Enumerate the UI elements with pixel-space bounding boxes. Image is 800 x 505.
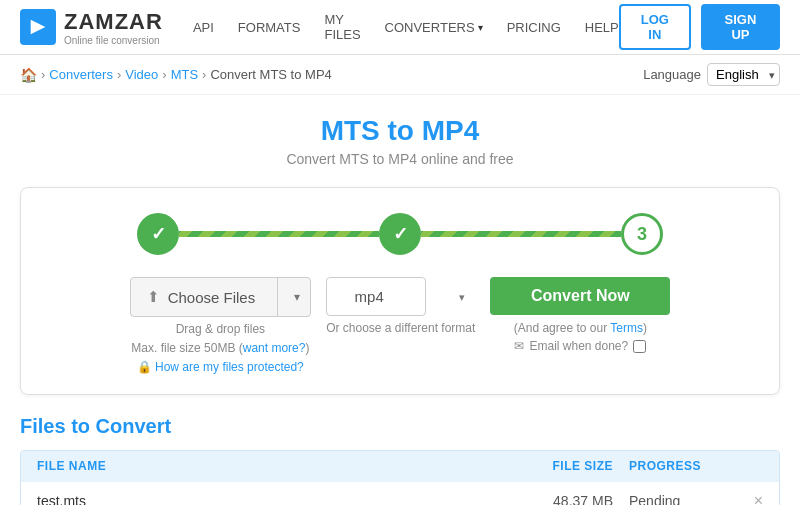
step-1-check: ✓ <box>151 223 166 245</box>
want-more-link[interactable]: want more? <box>243 341 306 355</box>
language-label: Language <box>643 67 701 82</box>
choose-files-dropdown-arrow[interactable]: ▾ <box>284 280 310 314</box>
max-size-text: Max. file size 50MB (want more?) <box>130 341 312 355</box>
nav-my-files[interactable]: MY FILES <box>324 12 360 42</box>
files-table: FILE NAME FILE SIZE PROGRESS test.mts 48… <box>20 450 780 505</box>
actions-row: ⬆ Choose Files ▾ Drag & drop files Max. … <box>51 277 749 374</box>
page-title: MTS to MP4 <box>20 115 780 147</box>
nav-converters[interactable]: CONVERTERS ▾ <box>385 20 483 35</box>
main-content: MTS to MP4 Convert MTS to MP4 online and… <box>0 95 800 505</box>
nav-pricing[interactable]: PRICING <box>507 20 561 35</box>
step-3-circle: 3 <box>621 213 663 255</box>
col-header-progress: PROGRESS <box>613 459 733 473</box>
convert-now-button[interactable]: Convert Now <box>490 277 670 315</box>
files-title-plain: Files to <box>20 415 90 437</box>
breadcrumb-video[interactable]: Video <box>125 67 158 82</box>
email-icon: ✉ <box>514 339 524 353</box>
email-when-done: ✉ Email when done? <box>490 339 670 353</box>
nav-formats[interactable]: FORMATS <box>238 20 301 35</box>
upload-icon: ⬆ <box>147 288 160 306</box>
login-button[interactable]: LOG IN <box>619 4 691 50</box>
step-line-1 <box>179 231 379 237</box>
step-2-check: ✓ <box>393 223 408 245</box>
format-col: mp4 avi mov Or choose a different format <box>326 277 475 335</box>
format-select[interactable]: mp4 avi mov <box>326 277 426 316</box>
files-section-title: Files to Convert <box>20 415 780 438</box>
breadcrumb-sep-0: › <box>41 67 45 82</box>
file-progress: Pending <box>613 493 733 505</box>
nav-help[interactable]: HELP <box>585 20 619 35</box>
drag-drop-text: Drag & drop files <box>130 322 312 336</box>
home-icon[interactable]: 🏠 <box>20 67 37 83</box>
language-dropdown-wrapper: English <box>707 63 780 86</box>
email-checkbox[interactable] <box>633 340 646 353</box>
breadcrumb-sep-2: › <box>162 67 166 82</box>
step-2-circle: ✓ <box>379 213 421 255</box>
signup-button[interactable]: SIGN UP <box>701 4 780 50</box>
page-subtitle: Convert MTS to MP4 online and free <box>20 151 780 167</box>
breadcrumb-current: Convert MTS to MP4 <box>210 67 331 82</box>
choose-files-button[interactable]: ⬆ Choose Files ▾ <box>130 277 312 317</box>
email-label: Email when done? <box>529 339 628 353</box>
file-remove-button[interactable]: × <box>733 492 763 505</box>
main-nav: API FORMATS MY FILES CONVERTERS ▾ PRICIN… <box>193 12 619 42</box>
logo-area: ZAMZAR Online file conversion <box>20 9 163 46</box>
lock-icon: 🔒 <box>137 360 152 374</box>
header: ZAMZAR Online file conversion API FORMAT… <box>0 0 800 55</box>
language-selector: Language English <box>643 63 780 86</box>
step-line-2 <box>421 231 621 237</box>
col-header-action <box>733 459 763 473</box>
breadcrumb-sep-1: › <box>117 67 121 82</box>
breadcrumb: 🏠 › Converters › Video › MTS › Convert M… <box>20 67 332 83</box>
max-size-label: Max. file size 50MB ( <box>131 341 242 355</box>
choose-files-col: ⬆ Choose Files ▾ Drag & drop files Max. … <box>130 277 312 374</box>
svg-marker-0 <box>31 20 46 35</box>
format-sub-label: Or choose a different format <box>326 321 475 335</box>
agree-prefix: (And agree to our <box>514 321 611 335</box>
breadcrumb-bar: 🏠 › Converters › Video › MTS › Convert M… <box>0 55 800 95</box>
table-row: test.mts 48.37 MB Pending × <box>21 481 779 505</box>
zamzar-logo-svg <box>27 16 49 38</box>
agree-terms-text: (And agree to our Terms) <box>490 321 670 335</box>
language-dropdown[interactable]: English <box>707 63 780 86</box>
steps-row: ✓ ✓ 3 <box>51 213 749 255</box>
convert-col: Convert Now (And agree to our Terms) ✉ E… <box>490 277 670 353</box>
files-section: Files to Convert FILE NAME FILE SIZE PRO… <box>20 415 780 505</box>
drag-drop-label: Drag & drop files <box>176 322 265 336</box>
logo-name: ZAMZAR <box>64 9 163 35</box>
col-header-name: FILE NAME <box>37 459 513 473</box>
file-name: test.mts <box>37 493 513 505</box>
terms-link[interactable]: Terms <box>610 321 643 335</box>
col-header-size: FILE SIZE <box>513 459 613 473</box>
choose-files-divider <box>277 278 278 316</box>
choose-files-main: ⬆ Choose Files <box>131 278 272 316</box>
conversion-box: ✓ ✓ 3 ⬆ Choose Files ▾ <box>20 187 780 395</box>
logo-sub: Online file conversion <box>64 35 163 46</box>
choose-files-label: Choose Files <box>168 289 256 306</box>
max-size-close: ) <box>305 341 309 355</box>
files-title-color: Convert <box>96 415 172 437</box>
nav-api[interactable]: API <box>193 20 214 35</box>
breadcrumb-mts[interactable]: MTS <box>171 67 198 82</box>
header-actions: LOG IN SIGN UP <box>619 4 780 50</box>
agree-suffix: ) <box>643 321 647 335</box>
files-table-header: FILE NAME FILE SIZE PROGRESS <box>21 451 779 481</box>
step-3-num: 3 <box>637 224 647 245</box>
step-1-circle: ✓ <box>137 213 179 255</box>
logo-icon <box>20 9 56 45</box>
logo-text: ZAMZAR Online file conversion <box>64 9 163 46</box>
nav-converters-link[interactable]: CONVERTERS <box>385 20 475 35</box>
file-size: 48.37 MB <box>513 493 613 505</box>
breadcrumb-sep-3: › <box>202 67 206 82</box>
breadcrumb-converters[interactable]: Converters <box>49 67 113 82</box>
file-protection-link[interactable]: How are my files protected? <box>155 360 304 374</box>
format-select-wrapper: mp4 avi mov <box>326 277 475 316</box>
converters-arrow-icon: ▾ <box>478 22 483 33</box>
file-protection-text: 🔒 How are my files protected? <box>130 360 312 374</box>
